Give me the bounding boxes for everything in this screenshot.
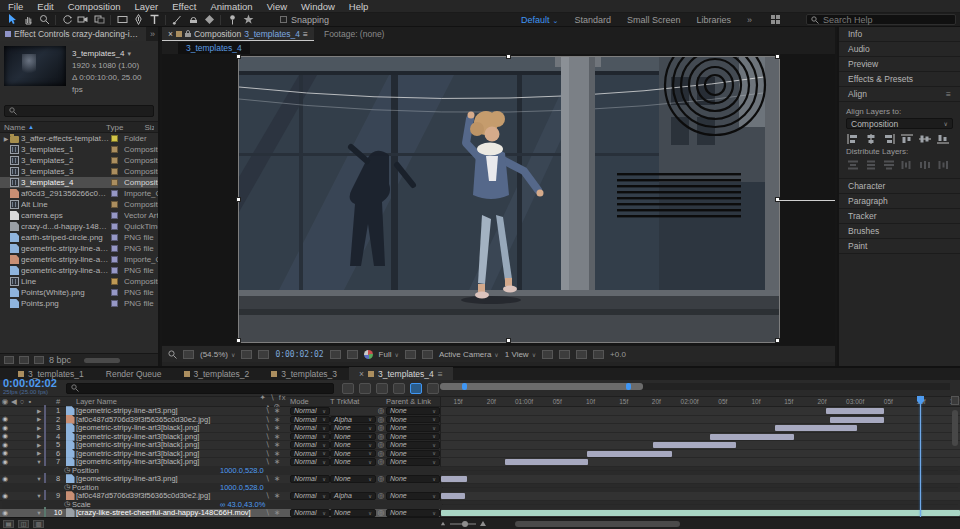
trkmat-dropdown[interactable]: Alpha [330, 416, 376, 424]
comp-subtab[interactable]: 3_templates_4 [178, 42, 250, 54]
parent-dropdown[interactable]: None [386, 509, 440, 517]
blend-mode-dropdown[interactable]: Normal [290, 424, 330, 432]
timeline-navigator-bar[interactable] [440, 383, 643, 390]
label-color-chip[interactable] [111, 223, 118, 230]
label-color-chip[interactable] [111, 135, 118, 142]
project-scrollbar[interactable] [84, 358, 120, 363]
selection-handle[interactable] [236, 54, 241, 59]
mask-visibility-icon[interactable] [258, 350, 269, 359]
eye-icon[interactable]: ◉ [0, 509, 10, 517]
trkmat-dropdown[interactable]: None [330, 441, 376, 449]
project-item[interactable]: earth-striped-circle.pngPNG file [0, 232, 158, 243]
panel-menu-icon[interactable]: ≡ [438, 369, 443, 379]
project-item[interactable]: geometric-stripy-line-art3[black].pngPNG… [0, 243, 158, 254]
roto-brush-tool[interactable] [201, 14, 217, 26]
zoom-slider-thumb[interactable] [462, 521, 468, 527]
layer-name-column[interactable]: Layer Name [76, 397, 256, 406]
blend-mode-dropdown[interactable]: Normal [290, 407, 330, 415]
layer-duration-bar[interactable] [653, 442, 737, 448]
layer-duration-bar[interactable] [830, 417, 884, 423]
draft-3d-icon[interactable] [359, 383, 371, 394]
workspace-standard[interactable]: Standard [574, 15, 611, 25]
project-item[interactable]: af0cd3_291356266c0d30e2.jpgImporte_G [0, 188, 158, 199]
timeline-tab-render-queue[interactable]: Render Queue [96, 367, 172, 381]
blend-mode-dropdown[interactable]: Normal [290, 475, 330, 483]
project-item[interactable]: 3_templates_2Composition [0, 155, 158, 166]
label-color-chip[interactable] [111, 245, 118, 252]
blend-mode-dropdown[interactable]: Normal [290, 509, 330, 517]
fast-preview-icon[interactable] [559, 350, 570, 359]
project-item[interactable]: Points.pngPNG file [0, 298, 158, 309]
project-column-headers[interactable]: Name▴ Type Size [0, 121, 158, 133]
layer-duration-bar[interactable] [441, 493, 465, 499]
label-color-chip[interactable] [111, 179, 118, 186]
camera-dropdown[interactable]: Active Camera [439, 350, 499, 359]
label-color-chip[interactable] [111, 157, 118, 164]
workspace-overflow-icon[interactable]: » [747, 15, 752, 25]
show-snapshot-icon[interactable] [347, 350, 358, 359]
parent-dropdown[interactable]: None [386, 441, 440, 449]
zoom-tool[interactable] [36, 14, 52, 26]
magnifier-icon[interactable] [168, 350, 177, 359]
layer-duration-bar[interactable] [441, 476, 467, 482]
time-ruler[interactable]: 15f 20f 01:00f 05f 10f 15f 20f 02:00f 05… [440, 397, 960, 406]
selected-comp-name[interactable]: 3_templates_4 [72, 48, 154, 60]
menu-layer[interactable]: Layer [135, 1, 159, 12]
expand-transfer-controls-icon[interactable]: ◫ [18, 520, 29, 528]
expand-layer-switches-icon[interactable]: ▤ [3, 520, 14, 528]
puppet-pin-tool[interactable] [224, 14, 240, 26]
trkmat-dropdown[interactable]: None [330, 450, 376, 458]
label-color-chip[interactable] [111, 146, 118, 153]
label-color-chip[interactable] [111, 168, 118, 175]
label-color-chip[interactable] [111, 256, 118, 263]
parent-dropdown[interactable]: None [386, 450, 440, 458]
project-item[interactable]: 3_templates_1Composition [0, 144, 158, 155]
timeline-search-input[interactable] [66, 383, 334, 394]
hide-shy-layers-icon[interactable] [376, 383, 388, 394]
pixel-aspect-icon[interactable] [542, 350, 553, 359]
close-icon[interactable]: × [168, 29, 173, 39]
selection-handle[interactable] [236, 197, 241, 202]
view-layout-dropdown[interactable]: 1 View [505, 350, 536, 359]
lock-icon[interactable] [185, 30, 191, 37]
composition-stage[interactable] [162, 54, 835, 345]
graph-editor-icon[interactable] [427, 383, 439, 394]
hand-tool[interactable] [20, 14, 36, 26]
magnification-dropdown[interactable]: (54.5%) [200, 350, 235, 359]
parent-dropdown[interactable]: None [386, 458, 440, 466]
blend-mode-dropdown[interactable]: Normal [290, 441, 330, 449]
align-bottom-icon[interactable] [936, 133, 949, 144]
transparency-grid-icon[interactable] [422, 350, 433, 359]
align-v-center-icon[interactable] [918, 133, 931, 144]
label-color-chip[interactable] [111, 190, 118, 197]
workspace-grid-icon[interactable] [768, 14, 784, 26]
panel-audio[interactable]: Audio [839, 42, 960, 57]
layer-switches[interactable]: ∖ ∗ [256, 508, 290, 517]
timeline-vertical-scrollbar[interactable] [952, 410, 958, 446]
workspace-default[interactable]: Default [521, 15, 558, 25]
current-time-display[interactable]: 0:00:02:02 25fps (25.00 fps) [0, 379, 66, 397]
trkmat-dropdown[interactable]: None [330, 509, 376, 517]
motion-sketch-tool[interactable] [240, 14, 256, 26]
layer-track[interactable] [440, 416, 960, 425]
exposure-value[interactable]: +0.0 [610, 350, 626, 359]
align-left-icon[interactable] [846, 133, 859, 144]
pen-tool[interactable] [130, 14, 146, 26]
selection-handle[interactable] [775, 338, 780, 343]
clone-stamp-tool[interactable] [185, 14, 201, 26]
twirl-icon[interactable]: ▶ [34, 442, 44, 448]
blend-mode-dropdown[interactable]: Normal [290, 433, 330, 441]
layer-track[interactable] [440, 441, 960, 450]
project-item[interactable]: 3_templates_3Composition [0, 166, 158, 177]
layer-duration-bar[interactable] [587, 451, 672, 457]
panel-preview[interactable]: Preview [839, 57, 960, 72]
region-of-interest-icon[interactable] [405, 350, 416, 359]
menu-window[interactable]: Window [301, 1, 335, 12]
parent-dropdown[interactable]: None [386, 424, 440, 432]
brush-tool[interactable] [169, 14, 185, 26]
frame-blending-icon[interactable] [393, 383, 405, 394]
menu-help[interactable]: Help [349, 1, 369, 12]
snapshot-camera-icon[interactable] [330, 350, 341, 359]
menu-effect[interactable]: Effect [172, 1, 196, 12]
camera-tool[interactable] [75, 14, 91, 26]
